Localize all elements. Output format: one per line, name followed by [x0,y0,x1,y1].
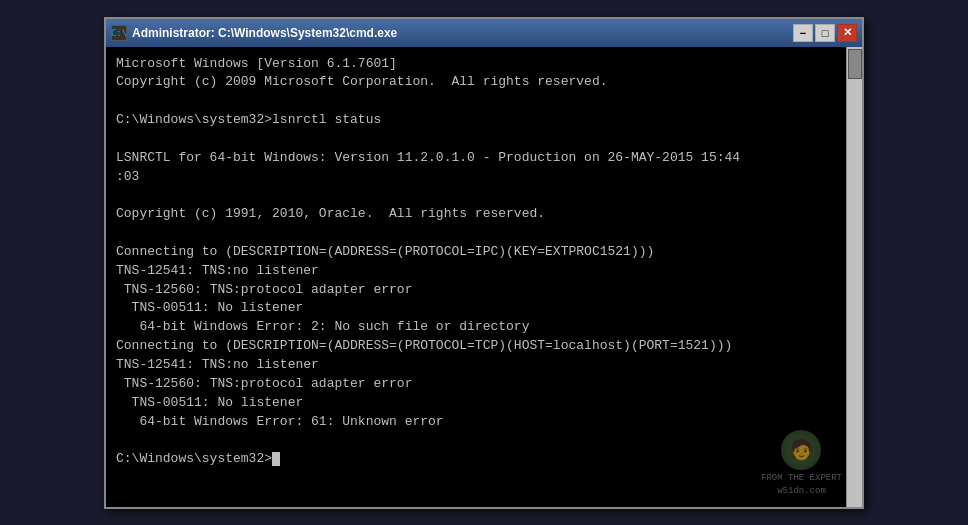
scrollbar-thumb[interactable] [848,49,862,79]
watermark-icon: 🧑 [781,430,821,470]
window-controls: − □ ✕ [793,24,857,42]
title-bar: C:\ Administrator: C:\Windows\System32\c… [106,19,862,47]
minimize-button[interactable]: − [793,24,813,42]
watermark: 🧑 FROM THE EXPERT w51dn.com [761,430,842,498]
title-bar-left: C:\ Administrator: C:\Windows\System32\c… [111,25,397,41]
maximize-button[interactable]: □ [815,24,835,42]
watermark-site: FROM THE EXPERT w51dn.com [761,472,842,498]
close-button[interactable]: ✕ [837,24,857,42]
terminal-area[interactable]: Microsoft Windows [Version 6.1.7601] Cop… [106,47,862,507]
terminal-cursor [272,452,280,466]
cmd-icon: C:\ [111,25,127,41]
cmd-window: C:\ Administrator: C:\Windows\System32\c… [104,17,864,509]
window-title: Administrator: C:\Windows\System32\cmd.e… [132,26,397,40]
scrollbar[interactable] [846,47,862,507]
terminal-output: Microsoft Windows [Version 6.1.7601] Cop… [116,55,852,470]
